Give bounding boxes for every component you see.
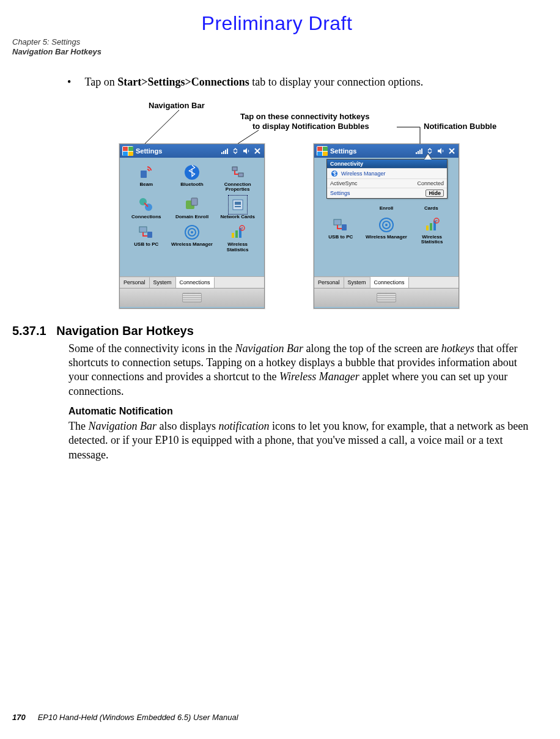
callout-lines (69, 101, 509, 144)
text-italic: Navigation Bar (235, 342, 303, 355)
subsection-heading: Automatic Notification (68, 406, 542, 417)
svg-rect-20 (147, 232, 152, 238)
app-label: Beam (139, 182, 153, 188)
keyboard-icon[interactable] (182, 293, 202, 303)
section-number: 5.37.1 (12, 324, 46, 337)
signal-icon[interactable] (414, 147, 423, 155)
bubble-row-activesync[interactable]: ActiveSync Connected (327, 178, 447, 188)
window-title: Settings (330, 147, 414, 155)
app-wireless-statistics[interactable]: ? Wireless Statistics (410, 216, 454, 246)
app-usb-to-pc[interactable]: USB to PC (125, 224, 168, 253)
tab-connections[interactable]: Connections (176, 277, 215, 288)
window-title: Settings (136, 147, 220, 155)
figure-area: Navigation Bar Tap on these connectivity… (37, 101, 542, 309)
app-label: USB to PC (328, 235, 353, 240)
usb-icon (332, 216, 349, 233)
svg-rect-8 (141, 171, 147, 178)
app-wireless-statistics[interactable]: ? Wireless Statistics (216, 224, 259, 253)
bubble-row-label: ActiveSync (330, 180, 417, 186)
tab-system[interactable]: System (344, 277, 370, 288)
app-network-cards[interactable]: Network Cards (216, 196, 259, 220)
tab-personal[interactable]: Personal (120, 277, 150, 288)
keyboard-icon[interactable] (377, 293, 396, 303)
bubble-row-wireless-manager[interactable]: Wireless Manager (327, 168, 447, 178)
app-label: Connections (131, 215, 161, 220)
partial-row-labels: Enroll Cards (319, 205, 454, 211)
hide-button[interactable]: Hide (426, 189, 444, 197)
navigation-bar[interactable]: Settings (120, 144, 264, 158)
svg-rect-39 (426, 226, 429, 230)
navigation-bar[interactable]: Settings (314, 144, 459, 158)
sip-bar (314, 288, 459, 307)
text: along the top of the screen are (303, 342, 441, 355)
wireless-manager-icon (183, 224, 201, 241)
svg-rect-35 (342, 224, 347, 230)
partial-cards-label: Cards (409, 205, 454, 211)
partial-enroll-label: Enroll (364, 205, 408, 211)
paragraph-2: The Navigation Bar also displays notific… (68, 419, 538, 462)
svg-line-1 (238, 130, 259, 144)
app-wireless-manager[interactable]: Wireless Manager (171, 224, 214, 253)
app-wireless-manager[interactable]: Wireless Manager (365, 216, 408, 246)
network-cards-icon (229, 196, 246, 213)
connectivity-icon[interactable] (231, 147, 240, 155)
text-italic: Navigation Bar (88, 420, 157, 432)
domain-enroll-icon (183, 196, 201, 213)
svg-rect-25 (235, 230, 238, 238)
tab-connections[interactable]: Connections (370, 277, 409, 288)
connections-icon (138, 196, 155, 213)
volume-icon[interactable] (437, 147, 445, 155)
svg-rect-11 (238, 173, 243, 177)
page-number: 170 (12, 713, 26, 722)
app-bluetooth[interactable]: Bluetooth (171, 164, 214, 193)
tab-personal[interactable]: Personal (314, 277, 344, 288)
svg-rect-24 (232, 233, 234, 238)
app-label: Connection Properties (216, 182, 259, 193)
beam-icon (138, 164, 155, 181)
text-italic: Wireless Manager (279, 370, 359, 383)
svg-rect-10 (232, 167, 237, 171)
app-beam[interactable]: Beam (125, 164, 168, 193)
bubble-row-settings[interactable]: Settings Hide (327, 188, 447, 198)
text: also displays (157, 420, 219, 432)
start-icon[interactable] (317, 146, 328, 156)
bluetooth-small-icon (330, 170, 339, 177)
wireless-manager-icon (378, 216, 395, 233)
svg-rect-34 (334, 219, 341, 225)
app-label: Wireless Statistics (216, 242, 259, 253)
app-usb-to-pc[interactable]: USB to PC (319, 216, 363, 246)
svg-rect-32 (421, 149, 422, 154)
volume-icon[interactable] (242, 147, 251, 155)
section-title: Navigation Bar Hotkeys (56, 324, 194, 337)
connection-properties-icon (229, 164, 246, 181)
app-connection-properties[interactable]: Connection Properties (216, 164, 259, 193)
app-label: Wireless Manager (366, 235, 407, 240)
svg-text:?: ? (241, 227, 243, 230)
close-icon[interactable] (448, 147, 456, 155)
signal-icon[interactable] (220, 147, 229, 155)
wireless-statistics-icon: ? (424, 216, 441, 233)
svg-rect-31 (419, 150, 421, 154)
app-label: Wireless Statistics (411, 235, 454, 246)
svg-rect-7 (227, 149, 228, 154)
svg-rect-6 (225, 150, 226, 154)
wireless-statistics-icon: ? (229, 224, 246, 241)
start-icon[interactable] (122, 146, 133, 156)
tab-system[interactable]: System (150, 277, 176, 288)
preliminary-draft-banner: Preliminary Draft (12, 12, 542, 35)
bottom-tabs: Personal System Connections (314, 276, 459, 288)
svg-line-0 (145, 110, 179, 144)
bullet-icon: • (67, 76, 71, 88)
close-icon[interactable] (253, 147, 262, 155)
instruction-pre: Tap on (85, 76, 118, 88)
app-domain-enroll[interactable]: Domain Enroll (171, 196, 214, 220)
bubble-title: Connectivity (327, 160, 447, 168)
text: The (68, 420, 88, 432)
svg-text:?: ? (435, 219, 438, 223)
bluetooth-icon (183, 164, 201, 181)
svg-point-38 (385, 224, 388, 226)
svg-rect-5 (223, 151, 224, 154)
running-header: Chapter 5: Settings Navigation Bar Hotke… (12, 37, 542, 57)
app-connections[interactable]: Connections (125, 196, 168, 220)
svg-rect-19 (139, 227, 147, 232)
